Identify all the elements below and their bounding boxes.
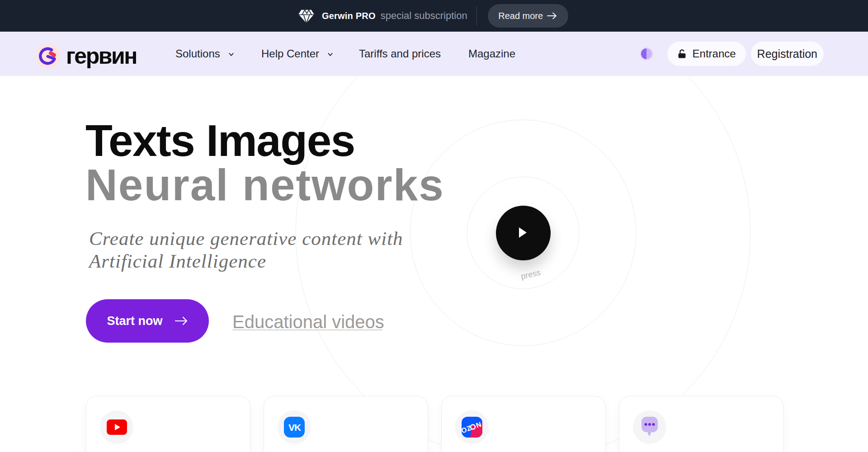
svg-text:VK: VK	[288, 422, 301, 433]
